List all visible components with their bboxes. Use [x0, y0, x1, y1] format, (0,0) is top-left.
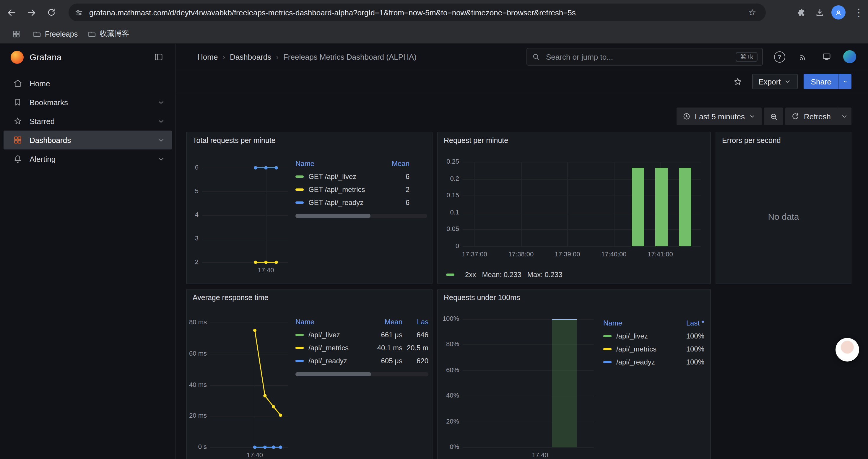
downloads-button[interactable] [812, 5, 827, 20]
legend-header: Name Mean Las [296, 316, 428, 328]
scrollbar-thumb[interactable] [296, 372, 371, 376]
legend-item[interactable]: GET /api/_livez 6 [296, 170, 427, 183]
chevron-down-icon[interactable] [157, 136, 165, 144]
sidebar-item-dashboards[interactable]: Dashboards [4, 131, 172, 150]
legend-col-last[interactable]: Last * [674, 319, 704, 327]
floating-assistant-avatar[interactable] [836, 338, 859, 362]
url-bar[interactable]: grafana.mathmast.com/d/deytv4rwavabkb/fr… [89, 8, 745, 17]
breadcrumb-dashboards[interactable]: Dashboards [230, 52, 271, 61]
breadcrumb: Home › Dashboards › Freeleaps Metrics Da… [197, 52, 416, 61]
clock-icon [682, 112, 691, 121]
legend-item[interactable]: /api/_livez 100% [603, 330, 704, 342]
metrics-series [255, 330, 280, 415]
extensions-button[interactable] [794, 5, 808, 20]
series-color-swatch [296, 189, 304, 191]
gridline [567, 162, 568, 246]
refresh-interval-dropdown[interactable] [837, 107, 851, 125]
zoom-out-button[interactable] [764, 107, 783, 125]
reload-button[interactable] [42, 4, 60, 21]
breadcrumb-home[interactable]: Home [197, 52, 218, 61]
series-mean: 40.1 ms [372, 344, 402, 352]
legend-col-name[interactable]: Name [603, 319, 674, 327]
legend-item[interactable]: /api/_livez 661 µs 646 [296, 328, 428, 341]
kiosk-mode-button[interactable] [819, 50, 834, 64]
chevron-down-icon[interactable] [157, 155, 165, 163]
metrics-series-point [272, 405, 275, 408]
chevron-down-icon[interactable] [157, 117, 165, 125]
share-button[interactable]: Share [804, 74, 838, 89]
site-settings-icon[interactable] [74, 8, 83, 17]
sidebar-item-home[interactable]: Home [4, 74, 172, 93]
export-button[interactable]: Export [752, 74, 798, 89]
sidebar-item-bookmarks[interactable]: Bookmarks [4, 93, 172, 112]
search-input[interactable] [545, 52, 736, 62]
browser-menu-button[interactable]: ⋮ [850, 6, 863, 19]
panel-title[interactable]: Request per minute [438, 132, 710, 149]
gridline [614, 162, 615, 246]
sidebar-header: Grafana [0, 44, 176, 70]
legend-item[interactable]: /api/_metrics 100% [603, 342, 704, 356]
grafana-logo[interactable] [11, 51, 24, 64]
sidebar-item-label: Alerting [30, 155, 157, 163]
apps-grid-icon[interactable] [8, 29, 24, 39]
panel-legend: Name Mean GET /api/_livez 6 [296, 157, 427, 218]
panel-title[interactable]: Total requests per minute [187, 132, 432, 149]
time-controls: Last 5 minutes Refresh [677, 107, 851, 125]
x-axis-label: 17:41:00 [642, 251, 679, 258]
chart-canvas [189, 151, 293, 282]
readyz-series-point [279, 446, 282, 449]
legend-item[interactable]: /api/_readyz 100% [603, 356, 704, 369]
panel-title[interactable]: Errors per second [716, 132, 851, 149]
news-button[interactable] [796, 50, 810, 64]
bar-chart: 100%80%60%40%20%0%17:40 [440, 308, 598, 459]
favorite-dashboard-button[interactable] [729, 76, 746, 87]
grid-icon [12, 30, 21, 38]
profile-button[interactable] [831, 5, 845, 20]
chevron-down-icon[interactable] [157, 98, 165, 106]
series-last: 20.5 m [402, 344, 428, 352]
sidebar-item-starred[interactable]: Starred [4, 112, 172, 131]
metrics-series-point [263, 394, 267, 397]
bar-under-100ms [552, 319, 577, 447]
legend-item[interactable]: GET /api/_readyz 6 [296, 196, 427, 209]
omnibox[interactable]: grafana.mathmast.com/d/deytv4rwavabkb/fr… [68, 4, 766, 21]
bookmark-page-button[interactable]: ☆ [745, 5, 760, 20]
help-button[interactable]: ? [772, 50, 786, 64]
scrollbar-thumb[interactable] [296, 214, 370, 218]
panel-title[interactable]: Requests under 100ms [438, 290, 710, 306]
search-box[interactable]: ⌘+k [526, 48, 763, 66]
panel-body: 6543217:40 Name Mean GET /api/_livez 6 [187, 149, 432, 284]
user-avatar[interactable] [843, 50, 856, 63]
sidebar-item-alerting[interactable]: Alerting [4, 150, 172, 168]
back-button[interactable] [2, 4, 20, 21]
chevron-down-icon [784, 78, 792, 85]
time-range-picker[interactable]: Last 5 minutes [677, 107, 762, 125]
panel-legend[interactable]: 2xx Mean: 0.233 Max: 0.233 [446, 270, 562, 279]
legend-col-mean[interactable]: Mean [379, 160, 409, 168]
bookmark-label: Freeleaps [45, 30, 78, 38]
x-axis-label: 17:38:00 [502, 251, 540, 258]
refresh-button[interactable]: Refresh [785, 107, 837, 125]
share-dropdown-button[interactable] [838, 74, 851, 89]
puzzle-icon [796, 7, 806, 18]
dock-sidebar-button[interactable] [150, 52, 167, 63]
forward-button[interactable] [23, 4, 40, 21]
series-mean: 605 µs [372, 357, 402, 365]
legend-item[interactable]: /api/_readyz 605 µs 620 [296, 355, 428, 367]
panel-title[interactable]: Average response time [187, 290, 432, 306]
refresh-icon [792, 112, 800, 121]
export-label: Export [758, 77, 780, 86]
legend-col-name[interactable]: Name [296, 318, 372, 326]
legend-col-last[interactable]: Las [402, 318, 428, 326]
legend-item[interactable]: GET /api/_metrics 2 [296, 183, 427, 196]
person-icon [835, 8, 842, 16]
legend-col-name[interactable]: Name [296, 160, 379, 168]
bookmark-freeleaps[interactable]: Freeleaps [28, 27, 83, 41]
bell-icon [13, 154, 23, 164]
legend-item[interactable]: /api/_metrics 40.1 ms 20.5 m [296, 341, 428, 355]
bookmark-blog-folder[interactable]: 收藏博客 [83, 27, 134, 41]
screen: grafana.mathmast.com/d/deytv4rwavabkb/fr… [0, 0, 868, 459]
series-max: Max: 0.233 [527, 270, 562, 279]
chevron-down-icon [841, 113, 848, 120]
legend-col-mean[interactable]: Mean [372, 318, 402, 326]
